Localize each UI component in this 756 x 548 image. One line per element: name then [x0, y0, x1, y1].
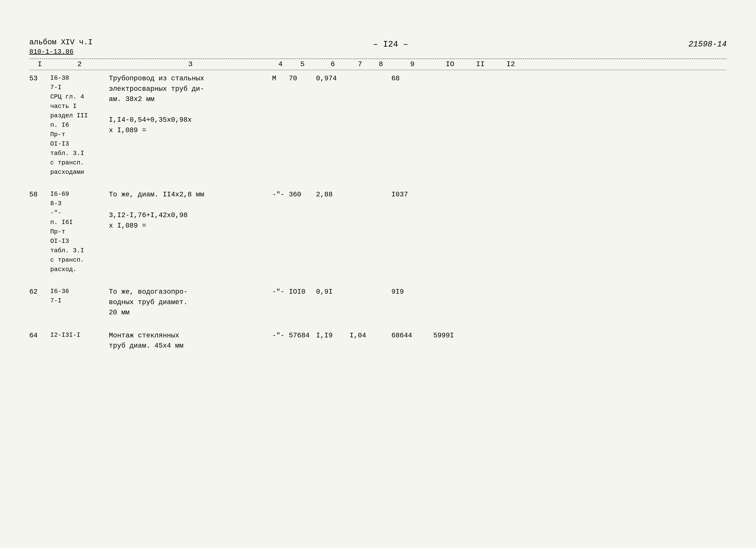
row-64-col5: 57684: [289, 330, 316, 341]
column-headers: I 2 3 4 5 6 7 8 9 IO II I2: [29, 60, 727, 70]
row-58-col1: 58: [29, 190, 50, 200]
row-64-col7: I,04: [350, 330, 370, 341]
row-53-col6: 0,974: [316, 73, 350, 84]
row-58-col3: То же, диам. II4х2,8 мм 3,I2-I,76+I,42х0…: [109, 190, 272, 231]
row-64-col1: 64: [29, 330, 50, 341]
col-header-1: I: [29, 60, 50, 68]
album-line1: альбом XIV ч.I: [29, 38, 93, 48]
row-62-col5: IOI0: [289, 287, 316, 297]
header-dashed-line: [29, 59, 727, 59]
table-row: 64 I2-I3I-I Монтаж стеклянных труб диам.…: [29, 330, 727, 351]
row-53-col5: 70: [289, 73, 316, 84]
col-header-5: 5: [289, 60, 316, 68]
col-header-2: 2: [50, 60, 109, 68]
row-58-col9: I037: [391, 190, 433, 200]
row-53-col9: 68: [391, 73, 433, 84]
row-53-col3: Трубопровод из стальных электросварных т…: [109, 73, 272, 136]
row-62-col2: I6-36 7-I: [50, 287, 109, 305]
row-58-col2: I6-69 8-3 -"- п. I6I Пр-т ОI-I3 табл. 3.…: [50, 190, 109, 274]
row-58-col6: 2,88: [316, 190, 350, 200]
row-64-col6: I,I9: [316, 330, 350, 341]
row-62-col4: -"-: [272, 287, 289, 297]
col-header-9: 9: [391, 60, 433, 68]
album-sub: 810-1-13.86: [29, 48, 93, 56]
col-header-8: 8: [370, 60, 391, 68]
table-row: 58 I6-69 8-3 -"- п. I6I Пр-т ОI-I3 табл.…: [29, 190, 727, 274]
col-header-3: 3: [109, 60, 272, 68]
table-row: 53 I6-38 7-I СРЦ гл. 4 часть I раздел II…: [29, 73, 727, 177]
row-62-col9: 9I9: [391, 287, 433, 297]
row-62-col6: 0,9I: [316, 287, 350, 297]
col-header-4: 4: [272, 60, 289, 68]
row-64-col9: 68644: [391, 330, 433, 341]
col-header-10: IO: [433, 60, 467, 68]
table-row: 62 I6-36 7-I То же, водогазопро- водных …: [29, 287, 727, 318]
row-53-col1: 53: [29, 73, 50, 84]
row-62-col3: То же, водогазопро- водных труб диамет. …: [109, 287, 272, 318]
row-62-col1: 62: [29, 287, 50, 297]
col-header-7: 7: [350, 60, 370, 68]
row-64-col2: I2-I3I-I: [50, 330, 109, 340]
row-53-col2: I6-38 7-I СРЦ гл. 4 часть I раздел III п…: [50, 73, 109, 177]
row-64-col4: -"-: [272, 330, 289, 341]
page-right-header: 21598-14: [689, 40, 727, 49]
row-58-col4: -"-: [272, 190, 289, 200]
row-58-col5: 360: [289, 190, 316, 200]
col-header-6: 6: [316, 60, 350, 68]
row-53-col4: М: [272, 73, 289, 84]
col-header-12: I2: [494, 60, 527, 68]
row-64-col3: Монтаж стеклянных труб диам. 45х4 мм: [109, 330, 272, 351]
album-info: альбом XIV ч.I 810-1-13.86: [29, 38, 93, 56]
col-header-11: II: [467, 60, 494, 68]
row-64-col10: 5999I: [433, 330, 467, 341]
page-center-header: – I24 –: [373, 40, 408, 49]
